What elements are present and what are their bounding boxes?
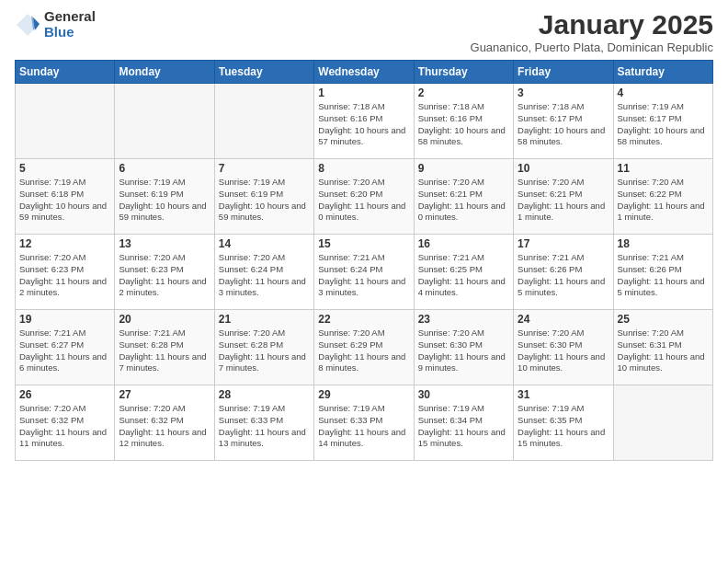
table-row: 3Sunrise: 7:18 AMSunset: 6:17 PMDaylight… <box>514 84 613 159</box>
table-row: 28Sunrise: 7:19 AMSunset: 6:33 PMDayligh… <box>214 385 313 461</box>
day-number: 27 <box>119 388 210 401</box>
table-row: 15Sunrise: 7:21 AMSunset: 6:24 PMDayligh… <box>314 235 414 310</box>
day-info: Sunrise: 7:20 AMSunset: 6:23 PMDaylight:… <box>119 252 210 299</box>
day-number: 15 <box>318 237 409 250</box>
day-info: Sunrise: 7:19 AMSunset: 6:35 PMDaylight:… <box>518 403 609 450</box>
calendar-week-row: 19Sunrise: 7:21 AMSunset: 6:27 PMDayligh… <box>16 310 713 385</box>
table-row <box>16 84 115 159</box>
day-number: 12 <box>19 237 110 250</box>
day-number: 31 <box>518 388 609 401</box>
day-info: Sunrise: 7:19 AMSunset: 6:19 PMDaylight:… <box>119 177 210 224</box>
day-number: 19 <box>19 313 110 326</box>
table-row: 24Sunrise: 7:20 AMSunset: 6:30 PMDayligh… <box>514 310 613 385</box>
day-number: 28 <box>219 388 310 401</box>
calendar-header-row: Sunday Monday Tuesday Wednesday Thursday… <box>16 61 713 84</box>
table-row: 16Sunrise: 7:21 AMSunset: 6:25 PMDayligh… <box>414 235 513 310</box>
day-number: 13 <box>119 237 210 250</box>
day-number: 5 <box>19 162 110 175</box>
day-number: 23 <box>418 313 509 326</box>
day-info: Sunrise: 7:21 AMSunset: 6:28 PMDaylight:… <box>119 327 210 374</box>
table-row: 12Sunrise: 7:20 AMSunset: 6:23 PMDayligh… <box>16 235 115 310</box>
day-info: Sunrise: 7:18 AMSunset: 6:17 PMDaylight:… <box>518 101 609 148</box>
day-number: 22 <box>318 313 409 326</box>
day-number: 24 <box>518 313 609 326</box>
col-thursday: Thursday <box>414 61 513 84</box>
day-number: 6 <box>119 162 210 175</box>
day-number: 18 <box>618 237 709 250</box>
table-row <box>613 385 712 461</box>
day-info: Sunrise: 7:19 AMSunset: 6:33 PMDaylight:… <box>318 403 409 450</box>
day-info: Sunrise: 7:19 AMSunset: 6:34 PMDaylight:… <box>418 403 509 450</box>
col-tuesday: Tuesday <box>214 61 313 84</box>
col-friday: Friday <box>514 61 613 84</box>
calendar-title: January 2025 <box>471 9 713 40</box>
table-row: 21Sunrise: 7:20 AMSunset: 6:28 PMDayligh… <box>214 310 313 385</box>
day-info: Sunrise: 7:20 AMSunset: 6:23 PMDaylight:… <box>19 252 110 299</box>
table-row: 25Sunrise: 7:20 AMSunset: 6:31 PMDayligh… <box>613 310 712 385</box>
table-row: 17Sunrise: 7:21 AMSunset: 6:26 PMDayligh… <box>514 235 613 310</box>
table-row: 18Sunrise: 7:21 AMSunset: 6:26 PMDayligh… <box>613 235 712 310</box>
calendar-week-row: 26Sunrise: 7:20 AMSunset: 6:32 PMDayligh… <box>16 385 713 461</box>
day-number: 2 <box>418 86 509 99</box>
day-number: 3 <box>518 86 609 99</box>
table-row: 2Sunrise: 7:18 AMSunset: 6:16 PMDaylight… <box>414 84 513 159</box>
table-row: 7Sunrise: 7:19 AMSunset: 6:19 PMDaylight… <box>214 159 313 235</box>
day-number: 29 <box>318 388 409 401</box>
table-row: 27Sunrise: 7:20 AMSunset: 6:32 PMDayligh… <box>115 385 214 461</box>
day-info: Sunrise: 7:21 AMSunset: 6:26 PMDaylight:… <box>518 252 609 299</box>
day-info: Sunrise: 7:20 AMSunset: 6:32 PMDaylight:… <box>19 403 110 450</box>
logo-blue: Blue <box>44 25 96 40</box>
day-info: Sunrise: 7:21 AMSunset: 6:26 PMDaylight:… <box>618 252 709 299</box>
table-row: 10Sunrise: 7:20 AMSunset: 6:21 PMDayligh… <box>514 159 613 235</box>
table-row: 4Sunrise: 7:19 AMSunset: 6:17 PMDaylight… <box>613 84 712 159</box>
day-number: 1 <box>318 86 409 99</box>
logo-general: General <box>44 9 96 25</box>
day-info: Sunrise: 7:19 AMSunset: 6:19 PMDaylight:… <box>219 177 310 224</box>
calendar-week-row: 5Sunrise: 7:19 AMSunset: 6:18 PMDaylight… <box>16 159 713 235</box>
day-info: Sunrise: 7:20 AMSunset: 6:30 PMDaylight:… <box>418 327 509 374</box>
col-saturday: Saturday <box>613 61 712 84</box>
day-number: 8 <box>318 162 409 175</box>
day-info: Sunrise: 7:18 AMSunset: 6:16 PMDaylight:… <box>418 101 509 148</box>
day-number: 17 <box>518 237 609 250</box>
col-sunday: Sunday <box>16 61 115 84</box>
table-row: 23Sunrise: 7:20 AMSunset: 6:30 PMDayligh… <box>414 310 513 385</box>
table-row: 14Sunrise: 7:20 AMSunset: 6:24 PMDayligh… <box>214 235 313 310</box>
day-info: Sunrise: 7:18 AMSunset: 6:16 PMDaylight:… <box>318 101 409 148</box>
day-number: 9 <box>418 162 509 175</box>
day-number: 10 <box>518 162 609 175</box>
page-header: General Blue January 2025 Guananico, Pue… <box>15 9 713 54</box>
day-info: Sunrise: 7:20 AMSunset: 6:28 PMDaylight:… <box>219 327 310 374</box>
day-info: Sunrise: 7:20 AMSunset: 6:22 PMDaylight:… <box>618 177 709 224</box>
col-wednesday: Wednesday <box>314 61 414 84</box>
day-info: Sunrise: 7:20 AMSunset: 6:21 PMDaylight:… <box>518 177 609 224</box>
day-info: Sunrise: 7:21 AMSunset: 6:27 PMDaylight:… <box>19 327 110 374</box>
day-number: 21 <box>219 313 310 326</box>
table-row: 26Sunrise: 7:20 AMSunset: 6:32 PMDayligh… <box>16 385 115 461</box>
table-row: 5Sunrise: 7:19 AMSunset: 6:18 PMDaylight… <box>16 159 115 235</box>
col-monday: Monday <box>115 61 214 84</box>
table-row: 22Sunrise: 7:20 AMSunset: 6:29 PMDayligh… <box>314 310 414 385</box>
day-number: 16 <box>418 237 509 250</box>
day-number: 11 <box>618 162 709 175</box>
day-number: 4 <box>618 86 709 99</box>
table-row: 8Sunrise: 7:20 AMSunset: 6:20 PMDaylight… <box>314 159 414 235</box>
day-info: Sunrise: 7:19 AMSunset: 6:18 PMDaylight:… <box>19 177 110 224</box>
day-number: 14 <box>219 237 310 250</box>
table-row <box>115 84 214 159</box>
day-info: Sunrise: 7:19 AMSunset: 6:17 PMDaylight:… <box>618 101 709 148</box>
table-row: 9Sunrise: 7:20 AMSunset: 6:21 PMDaylight… <box>414 159 513 235</box>
day-info: Sunrise: 7:20 AMSunset: 6:30 PMDaylight:… <box>518 327 609 374</box>
day-number: 26 <box>19 388 110 401</box>
calendar-subtitle: Guananico, Puerto Plata, Dominican Repub… <box>471 40 713 54</box>
table-row: 19Sunrise: 7:21 AMSunset: 6:27 PMDayligh… <box>16 310 115 385</box>
logo-icon <box>15 12 40 38</box>
calendar-table: Sunday Monday Tuesday Wednesday Thursday… <box>15 60 713 461</box>
calendar-week-row: 1Sunrise: 7:18 AMSunset: 6:16 PMDaylight… <box>16 84 713 159</box>
day-number: 25 <box>618 313 709 326</box>
logo: General Blue <box>15 9 96 40</box>
day-info: Sunrise: 7:20 AMSunset: 6:20 PMDaylight:… <box>318 177 409 224</box>
calendar-week-row: 12Sunrise: 7:20 AMSunset: 6:23 PMDayligh… <box>16 235 713 310</box>
day-number: 30 <box>418 388 509 401</box>
day-number: 7 <box>219 162 310 175</box>
